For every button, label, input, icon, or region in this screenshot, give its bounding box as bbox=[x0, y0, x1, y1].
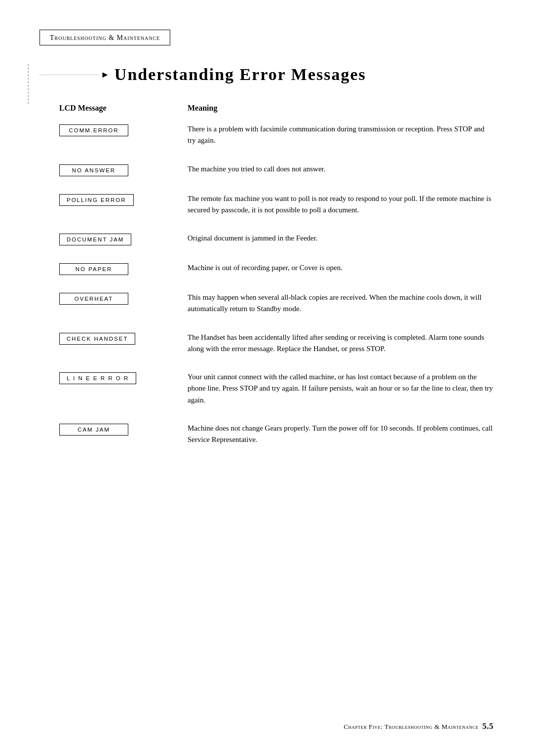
meaning-text: The remote fax machine you want to poll … bbox=[188, 192, 494, 216]
lcd-box-wrapper: OVERHEAT bbox=[59, 291, 188, 305]
meaning-text: The machine you tried to call does not a… bbox=[188, 162, 494, 175]
error-table: LCD Message Meaning COMM.ERROR There is … bbox=[39, 104, 494, 445]
lcd-message: L I N E E R R O R bbox=[59, 372, 136, 384]
lcd-box-wrapper: DOCUMENT JAM bbox=[59, 232, 188, 245]
col-header-meaning: Meaning bbox=[188, 104, 494, 113]
meaning-text: This may happen when several all-black c… bbox=[188, 291, 494, 315]
table-header: LCD Message Meaning bbox=[39, 104, 494, 113]
breadcrumb: Troubleshooting & Maintenance bbox=[50, 34, 160, 41]
lcd-box-wrapper: L I N E E R R O R bbox=[59, 370, 188, 384]
lcd-box-wrapper: CAM JAM bbox=[59, 422, 188, 436]
table-row: DOCUMENT JAM Original document is jammed… bbox=[39, 232, 494, 245]
page-title: Understanding Error Messages bbox=[114, 65, 366, 84]
header-box: Troubleshooting & Maintenance bbox=[39, 30, 170, 45]
table-row: L I N E E R R O R Your unit cannot conne… bbox=[39, 370, 494, 406]
table-row: CAM JAM Machine does not change Gears pr… bbox=[39, 422, 494, 446]
lcd-box-wrapper: COMM.ERROR bbox=[59, 122, 188, 136]
table-row: NO PAPER Machine is out of recording pap… bbox=[39, 261, 494, 275]
page-number: 5.5 bbox=[482, 721, 494, 731]
meaning-text: Machine does not change Gears properly. … bbox=[188, 422, 494, 446]
lcd-box-wrapper: NO ANSWER bbox=[59, 162, 188, 176]
lcd-box-wrapper: NO PAPER bbox=[59, 261, 188, 275]
lcd-message: NO ANSWER bbox=[59, 164, 128, 176]
table-row: COMM.ERROR There is a problem with facsi… bbox=[39, 122, 494, 147]
table-row: POLLING ERROR The remote fax machine you… bbox=[39, 192, 494, 216]
meaning-text: The Handset has been accidentally lifted… bbox=[188, 331, 494, 355]
col-header-lcd: LCD Message bbox=[59, 104, 188, 113]
table-row: CHECK HANDSET The Handset has been accid… bbox=[39, 331, 494, 355]
arrow-icon: ► bbox=[101, 70, 110, 80]
arrow-line: ► bbox=[39, 70, 110, 80]
meaning-text: There is a problem with facsimile commun… bbox=[188, 122, 494, 147]
lcd-message: POLLING ERROR bbox=[59, 194, 134, 206]
footer-label: Chapter Five: Troubleshooting & Maintena… bbox=[343, 723, 478, 730]
page-footer: Chapter Five: Troubleshooting & Maintena… bbox=[343, 721, 494, 731]
title-section: ► Understanding Error Messages bbox=[39, 65, 494, 84]
lcd-message: OVERHEAT bbox=[59, 293, 128, 305]
title-decoration: ► bbox=[39, 70, 110, 80]
meaning-text: Machine is out of recording paper, or Co… bbox=[188, 261, 494, 274]
lcd-box-wrapper: POLLING ERROR bbox=[59, 192, 188, 206]
table-row: OVERHEAT This may happen when several al… bbox=[39, 291, 494, 315]
lcd-box-wrapper: CHECK HANDSET bbox=[59, 331, 188, 345]
lcd-message: CAM JAM bbox=[59, 424, 128, 436]
page: Troubleshooting & Maintenance ► Understa… bbox=[0, 0, 533, 756]
table-row: NO ANSWER The machine you tried to call … bbox=[39, 162, 494, 176]
meaning-text: Original document is jammed in the Feede… bbox=[188, 232, 494, 244]
left-decoration bbox=[28, 64, 29, 104]
meaning-text: Your unit cannot connect with the called… bbox=[188, 370, 494, 406]
lcd-message: COMM.ERROR bbox=[59, 124, 128, 136]
lcd-message: NO PAPER bbox=[59, 263, 128, 275]
lcd-message: DOCUMENT JAM bbox=[59, 234, 131, 245]
lcd-message: CHECK HANDSET bbox=[59, 333, 135, 345]
